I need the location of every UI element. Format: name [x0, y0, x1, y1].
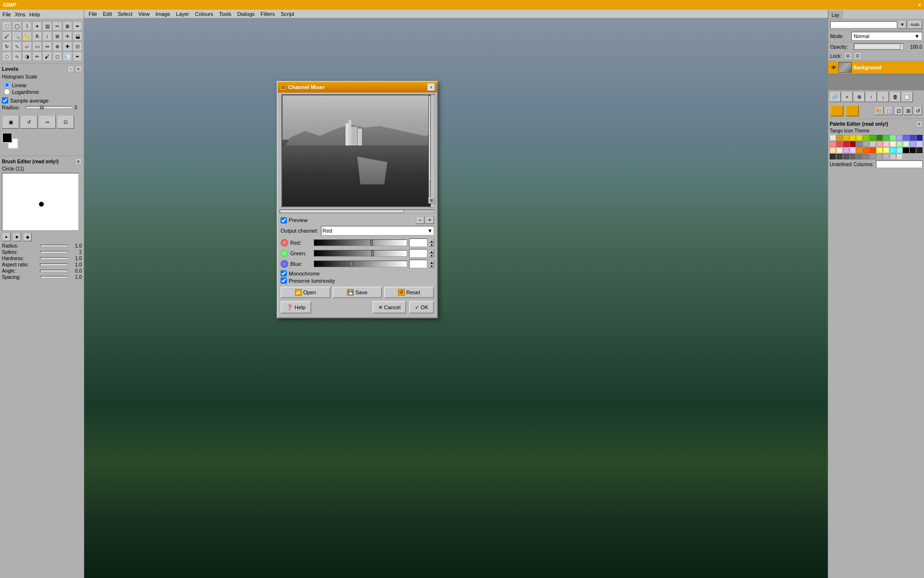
reset-btn[interactable]: ↺ Reset — [384, 287, 434, 298]
palette-color-cell[interactable] — [863, 135, 869, 141]
tool-scale[interactable]: ⤡ — [12, 41, 22, 51]
file-name-input[interactable]: DSC_9184.JPG-5 — [830, 21, 897, 28]
green-value-input[interactable]: 38.2 — [409, 249, 427, 258]
lock-alpha-icon[interactable]: ⊡ — [854, 52, 861, 60]
palette-color-cell[interactable] — [897, 154, 903, 159]
menu-item-file[interactable]: File — [86, 11, 100, 17]
palette-color-cell[interactable] — [897, 147, 903, 153]
menu-item-view[interactable]: View — [136, 11, 152, 17]
green-slider-thumb[interactable] — [371, 250, 374, 256]
palette-color-cell[interactable] — [843, 141, 849, 147]
layer-btn-6[interactable]: 🗑 — [889, 92, 901, 102]
tool-transform[interactable]: ↕ — [42, 31, 52, 41]
tool-blur-sharpen[interactable]: ◌ — [2, 52, 12, 61]
tool-dodge-burn[interactable]: ◑ — [22, 52, 32, 61]
preserve-luminosity-checkbox[interactable] — [281, 277, 287, 284]
layer-btn-5[interactable]: ↓ — [877, 92, 889, 102]
logarithmic-radio[interactable] — [4, 89, 10, 95]
palette-color-cell[interactable] — [850, 154, 856, 159]
tool-color-picker[interactable]: 🖊 — [2, 31, 12, 41]
menu-item-layer[interactable]: Layer — [174, 11, 192, 17]
lock-pixels-icon[interactable]: ⊟ — [844, 52, 852, 60]
tool-scissors[interactable]: ✂ — [52, 21, 62, 31]
dialog-close-btn[interactable]: × — [427, 83, 435, 91]
palette-color-cell[interactable] — [883, 141, 889, 147]
help-btn[interactable]: ❓ Help — [281, 301, 311, 314]
palette-color-cell[interactable] — [910, 135, 916, 141]
tool-text[interactable]: A — [32, 31, 42, 41]
tool-flip[interactable]: ⇔ — [42, 41, 52, 51]
bg-color-box[interactable] — [846, 105, 859, 117]
tool-paths[interactable]: ✒ — [73, 21, 82, 31]
levels-collapse[interactable]: − — [67, 66, 74, 72]
shape-diamond[interactable]: ◆ — [23, 233, 32, 241]
color-btn-2[interactable]: ⬚ — [885, 106, 893, 115]
tool-free-select[interactable]: ⌇ — [22, 21, 32, 31]
layer-btn-3[interactable]: ⊕ — [853, 92, 865, 102]
menu-item-tools[interactable]: Tools — [217, 11, 234, 17]
palette-settings-icon[interactable]: ≡ — [916, 120, 923, 127]
fg-color-box[interactable] — [830, 105, 844, 117]
radius-slider-thumb[interactable] — [40, 105, 44, 109]
menu-item-colours[interactable]: Colours — [192, 11, 216, 17]
palette-color-cell[interactable] — [916, 147, 923, 153]
tool-clone[interactable]: ⊕ — [52, 41, 62, 51]
palette-color-cell[interactable] — [883, 147, 889, 153]
shape-circle[interactable]: ● — [2, 233, 11, 241]
color-btn-1[interactable]: 🎨 — [875, 106, 884, 115]
palette-color-cell[interactable] — [830, 141, 836, 147]
tool-perspective-clone[interactable]: ⊡ — [73, 41, 82, 51]
red-value-input[interactable]: 32.2 — [409, 238, 427, 247]
palette-color-cell[interactable] — [897, 135, 903, 141]
monochrome-checkbox[interactable] — [281, 270, 287, 276]
palette-color-cell[interactable] — [890, 135, 896, 141]
palette-color-cell[interactable] — [876, 154, 883, 159]
radius-prop-slider[interactable] — [40, 245, 68, 247]
blue-slider-thumb[interactable] — [350, 261, 353, 267]
zoom-in-btn[interactable]: + — [425, 216, 434, 224]
palette-color-cell[interactable] — [876, 147, 883, 153]
palette-color-cell[interactable] — [856, 135, 862, 141]
tool-heal[interactable]: ✚ — [63, 41, 72, 51]
foreground-color[interactable] — [2, 132, 13, 143]
radius-slider[interactable] — [26, 106, 72, 109]
palette-color-cell[interactable] — [876, 135, 883, 141]
menu-item-script[interactable]: Script — [278, 11, 296, 17]
palette-color-cell[interactable] — [903, 147, 909, 153]
tool-align[interactable]: ⊞ — [52, 31, 62, 41]
tool-eraser[interactable]: ◻ — [52, 52, 62, 61]
color-btn-4[interactable]: ⊞ — [904, 106, 912, 115]
menu-xtns[interactable]: Xtns — [15, 12, 26, 17]
menu-file[interactable]: File — [2, 12, 11, 17]
red-slider-thumb[interactable] — [370, 240, 373, 246]
tool-rotate[interactable]: ↻ — [2, 41, 12, 51]
scroll-corner-btn[interactable]: ⊞ — [428, 197, 435, 204]
palette-color-cell[interactable] — [910, 141, 916, 147]
action-btn-2[interactable]: ↺ — [20, 115, 38, 129]
palette-color-cell[interactable] — [830, 154, 836, 159]
sample-average-checkbox[interactable] — [2, 97, 8, 104]
tool-measure[interactable]: 📐 — [22, 31, 32, 41]
layer-item-background[interactable]: 👁 Background — [828, 61, 924, 74]
tool-ellipse-select[interactable]: ◯ — [12, 21, 22, 31]
auto-btn[interactable]: Auto — [908, 20, 922, 29]
action-btn-1[interactable]: ▣ — [2, 115, 19, 129]
palette-color-cell[interactable] — [856, 147, 862, 153]
palette-color-cell[interactable] — [843, 147, 849, 153]
save-btn[interactable]: 💾 Save — [333, 287, 383, 298]
action-btn-4[interactable]: ⊡ — [57, 115, 74, 129]
palette-color-cell[interactable] — [830, 147, 836, 153]
preview-hscrollbar[interactable] — [280, 210, 435, 213]
tool-perspective[interactable]: ▭ — [32, 41, 42, 51]
tool-select-by-color[interactable]: ▥ — [42, 21, 52, 31]
tool-zoom[interactable]: 🔍 — [12, 31, 22, 41]
tool-fuzzy-select[interactable]: ✦ — [32, 21, 42, 31]
layer-btn-7[interactable]: 📋 — [901, 92, 913, 102]
angle-prop-slider[interactable] — [40, 270, 68, 272]
color-btn-5[interactable]: ↺ — [913, 106, 922, 115]
palette-color-cell[interactable] — [890, 147, 896, 153]
shape-square[interactable]: ■ — [13, 233, 21, 241]
preview-checkbox[interactable] — [281, 217, 287, 223]
tool-paintbrush[interactable]: 🖌 — [42, 52, 52, 61]
open-btn[interactable]: 📂 Open — [281, 287, 331, 298]
